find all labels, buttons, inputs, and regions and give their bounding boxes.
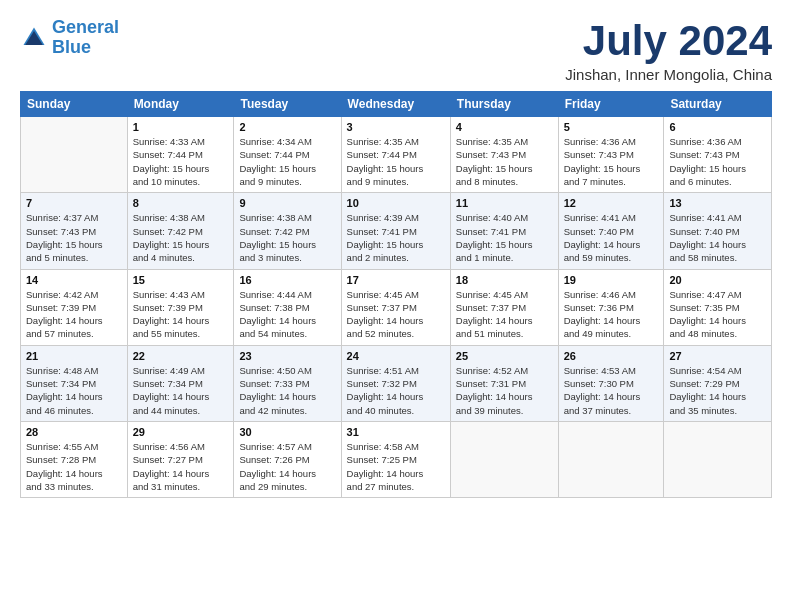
day-info: Sunrise: 4:36 AMSunset: 7:43 PMDaylight:… [564, 135, 659, 188]
location: Jinshan, Inner Mongolia, China [565, 66, 772, 83]
day-info: Sunrise: 4:38 AMSunset: 7:42 PMDaylight:… [239, 211, 335, 264]
day-info: Sunrise: 4:45 AMSunset: 7:37 PMDaylight:… [456, 288, 553, 341]
table-row: 3Sunrise: 4:35 AMSunset: 7:44 PMDaylight… [341, 117, 450, 193]
day-number: 17 [347, 274, 445, 286]
table-row: 24Sunrise: 4:51 AMSunset: 7:32 PMDayligh… [341, 345, 450, 421]
day-number: 18 [456, 274, 553, 286]
header-saturday: Saturday [664, 92, 772, 117]
day-info: Sunrise: 4:55 AMSunset: 7:28 PMDaylight:… [26, 440, 122, 493]
day-number: 14 [26, 274, 122, 286]
day-info: Sunrise: 4:38 AMSunset: 7:42 PMDaylight:… [133, 211, 229, 264]
day-number: 19 [564, 274, 659, 286]
calendar-week-row: 7Sunrise: 4:37 AMSunset: 7:43 PMDaylight… [21, 193, 772, 269]
table-row [21, 117, 128, 193]
day-number: 10 [347, 197, 445, 209]
table-row: 16Sunrise: 4:44 AMSunset: 7:38 PMDayligh… [234, 269, 341, 345]
table-row: 1Sunrise: 4:33 AMSunset: 7:44 PMDaylight… [127, 117, 234, 193]
table-row: 23Sunrise: 4:50 AMSunset: 7:33 PMDayligh… [234, 345, 341, 421]
calendar-week-row: 14Sunrise: 4:42 AMSunset: 7:39 PMDayligh… [21, 269, 772, 345]
table-row: 21Sunrise: 4:48 AMSunset: 7:34 PMDayligh… [21, 345, 128, 421]
day-info: Sunrise: 4:41 AMSunset: 7:40 PMDaylight:… [564, 211, 659, 264]
header-friday: Friday [558, 92, 664, 117]
day-info: Sunrise: 4:47 AMSunset: 7:35 PMDaylight:… [669, 288, 766, 341]
day-info: Sunrise: 4:36 AMSunset: 7:43 PMDaylight:… [669, 135, 766, 188]
table-row: 6Sunrise: 4:36 AMSunset: 7:43 PMDaylight… [664, 117, 772, 193]
day-number: 12 [564, 197, 659, 209]
day-info: Sunrise: 4:39 AMSunset: 7:41 PMDaylight:… [347, 211, 445, 264]
table-row: 30Sunrise: 4:57 AMSunset: 7:26 PMDayligh… [234, 421, 341, 497]
header-monday: Monday [127, 92, 234, 117]
table-row: 9Sunrise: 4:38 AMSunset: 7:42 PMDaylight… [234, 193, 341, 269]
day-info: Sunrise: 4:56 AMSunset: 7:27 PMDaylight:… [133, 440, 229, 493]
table-row: 17Sunrise: 4:45 AMSunset: 7:37 PMDayligh… [341, 269, 450, 345]
day-number: 7 [26, 197, 122, 209]
table-row: 11Sunrise: 4:40 AMSunset: 7:41 PMDayligh… [450, 193, 558, 269]
table-row: 26Sunrise: 4:53 AMSunset: 7:30 PMDayligh… [558, 345, 664, 421]
day-info: Sunrise: 4:48 AMSunset: 7:34 PMDaylight:… [26, 364, 122, 417]
day-number: 26 [564, 350, 659, 362]
day-info: Sunrise: 4:54 AMSunset: 7:29 PMDaylight:… [669, 364, 766, 417]
table-row: 28Sunrise: 4:55 AMSunset: 7:28 PMDayligh… [21, 421, 128, 497]
logo-text: General Blue [52, 18, 119, 58]
day-info: Sunrise: 4:49 AMSunset: 7:34 PMDaylight:… [133, 364, 229, 417]
day-number: 3 [347, 121, 445, 133]
day-number: 15 [133, 274, 229, 286]
logo: General Blue [20, 18, 119, 58]
header-sunday: Sunday [21, 92, 128, 117]
day-number: 21 [26, 350, 122, 362]
header-tuesday: Tuesday [234, 92, 341, 117]
day-info: Sunrise: 4:44 AMSunset: 7:38 PMDaylight:… [239, 288, 335, 341]
table-row: 8Sunrise: 4:38 AMSunset: 7:42 PMDaylight… [127, 193, 234, 269]
table-row: 18Sunrise: 4:45 AMSunset: 7:37 PMDayligh… [450, 269, 558, 345]
calendar-week-row: 28Sunrise: 4:55 AMSunset: 7:28 PMDayligh… [21, 421, 772, 497]
table-row: 15Sunrise: 4:43 AMSunset: 7:39 PMDayligh… [127, 269, 234, 345]
table-row: 10Sunrise: 4:39 AMSunset: 7:41 PMDayligh… [341, 193, 450, 269]
logo-line1: General [52, 17, 119, 37]
calendar-table: Sunday Monday Tuesday Wednesday Thursday… [20, 91, 772, 498]
table-row [450, 421, 558, 497]
table-row: 20Sunrise: 4:47 AMSunset: 7:35 PMDayligh… [664, 269, 772, 345]
table-row: 5Sunrise: 4:36 AMSunset: 7:43 PMDaylight… [558, 117, 664, 193]
logo-icon [20, 24, 48, 52]
day-info: Sunrise: 4:58 AMSunset: 7:25 PMDaylight:… [347, 440, 445, 493]
day-info: Sunrise: 4:52 AMSunset: 7:31 PMDaylight:… [456, 364, 553, 417]
day-info: Sunrise: 4:34 AMSunset: 7:44 PMDaylight:… [239, 135, 335, 188]
day-number: 30 [239, 426, 335, 438]
table-row [664, 421, 772, 497]
table-row: 27Sunrise: 4:54 AMSunset: 7:29 PMDayligh… [664, 345, 772, 421]
day-info: Sunrise: 4:46 AMSunset: 7:36 PMDaylight:… [564, 288, 659, 341]
day-number: 23 [239, 350, 335, 362]
day-info: Sunrise: 4:45 AMSunset: 7:37 PMDaylight:… [347, 288, 445, 341]
month-title: July 2024 [565, 18, 772, 64]
day-number: 20 [669, 274, 766, 286]
header: General Blue July 2024 Jinshan, Inner Mo… [20, 18, 772, 83]
table-row: 22Sunrise: 4:49 AMSunset: 7:34 PMDayligh… [127, 345, 234, 421]
title-block: July 2024 Jinshan, Inner Mongolia, China [565, 18, 772, 83]
day-number: 11 [456, 197, 553, 209]
day-info: Sunrise: 4:37 AMSunset: 7:43 PMDaylight:… [26, 211, 122, 264]
day-info: Sunrise: 4:57 AMSunset: 7:26 PMDaylight:… [239, 440, 335, 493]
day-number: 4 [456, 121, 553, 133]
day-number: 13 [669, 197, 766, 209]
day-number: 2 [239, 121, 335, 133]
day-info: Sunrise: 4:40 AMSunset: 7:41 PMDaylight:… [456, 211, 553, 264]
page: General Blue July 2024 Jinshan, Inner Mo… [0, 0, 792, 612]
day-info: Sunrise: 4:35 AMSunset: 7:44 PMDaylight:… [347, 135, 445, 188]
header-wednesday: Wednesday [341, 92, 450, 117]
table-row [558, 421, 664, 497]
calendar-week-row: 21Sunrise: 4:48 AMSunset: 7:34 PMDayligh… [21, 345, 772, 421]
day-number: 1 [133, 121, 229, 133]
table-row: 12Sunrise: 4:41 AMSunset: 7:40 PMDayligh… [558, 193, 664, 269]
table-row: 29Sunrise: 4:56 AMSunset: 7:27 PMDayligh… [127, 421, 234, 497]
day-info: Sunrise: 4:33 AMSunset: 7:44 PMDaylight:… [133, 135, 229, 188]
day-info: Sunrise: 4:50 AMSunset: 7:33 PMDaylight:… [239, 364, 335, 417]
day-number: 24 [347, 350, 445, 362]
day-number: 5 [564, 121, 659, 133]
calendar-header-row: Sunday Monday Tuesday Wednesday Thursday… [21, 92, 772, 117]
day-info: Sunrise: 4:43 AMSunset: 7:39 PMDaylight:… [133, 288, 229, 341]
table-row: 14Sunrise: 4:42 AMSunset: 7:39 PMDayligh… [21, 269, 128, 345]
day-number: 28 [26, 426, 122, 438]
day-number: 16 [239, 274, 335, 286]
table-row: 13Sunrise: 4:41 AMSunset: 7:40 PMDayligh… [664, 193, 772, 269]
day-number: 22 [133, 350, 229, 362]
